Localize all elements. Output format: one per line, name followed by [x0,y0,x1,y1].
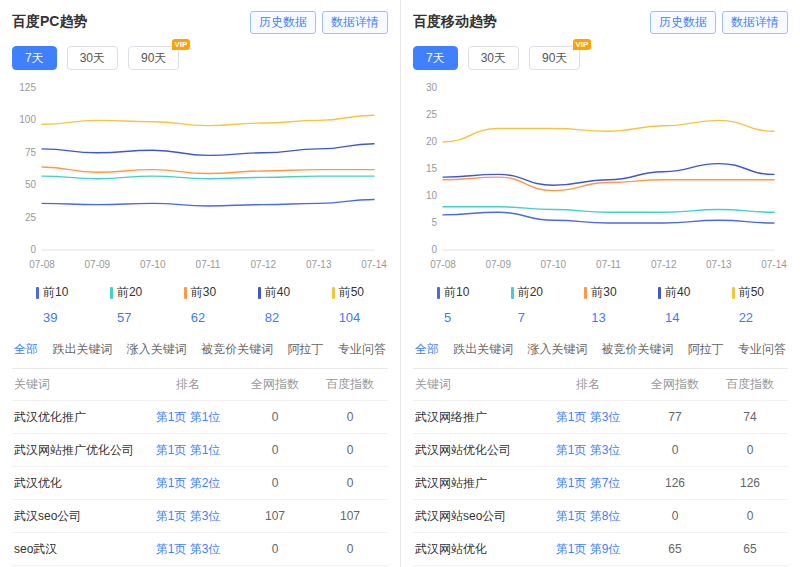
filter-tab-全部[interactable]: 全部 [415,341,439,358]
range-tabs: 7天30天90天VIP [413,46,788,70]
rank-cell[interactable]: 第1页 第8位 [540,508,636,525]
legend-label: 前40 [265,284,290,301]
data-details-button[interactable]: 数据详情 [722,11,788,34]
table-row: 武汉优化第1页 第2位00 [12,467,388,500]
keyword-cell[interactable]: 武汉网站推广优化公司 [14,442,140,459]
legend-item[interactable]: 前3062 [184,284,216,325]
trend-line-chart[interactable]: 05101520253007-0807-0907-1007-1107-1207-… [413,76,788,276]
table-row: 武汉网站推广优化公司第1页 第1位00 [12,434,388,467]
rank-cell[interactable]: 第1页 第1位 [140,442,236,459]
keyword-cell[interactable]: seo武汉 [14,541,140,558]
legend-item[interactable]: 前2057 [110,284,142,325]
keyword-cell[interactable]: 武汉网站推广 [415,475,540,492]
site-index-cell: 65 [636,542,714,556]
filter-tab-专业问答[interactable]: 专业问答 [738,341,786,358]
filter-tab-被竞价关键词[interactable]: 被竞价关键词 [201,341,273,358]
panel-baidu-mobile-trend: 百度移动趋势 历史数据 数据详情 7天30天90天VIP 05101520253… [400,0,800,567]
rank-cell[interactable]: 第1页 第7位 [540,475,636,492]
svg-text:07-13: 07-13 [706,259,732,270]
svg-text:07-14: 07-14 [361,259,387,270]
legend-top: 前40 [658,284,690,301]
range-tab-90天[interactable]: 90天VIP [529,46,580,70]
legend-value: 14 [665,310,690,325]
range-tab-7天[interactable]: 7天 [413,46,458,70]
legend-item[interactable]: 前4014 [658,284,690,325]
baidu-index-cell: 0 [314,476,386,490]
trend-line-chart[interactable]: 025507510012507-0807-0907-1007-1107-1207… [12,76,388,276]
svg-text:100: 100 [19,114,36,125]
legend-value: 22 [739,310,764,325]
legend-top: 前20 [511,284,543,301]
panel-baidu-pc-trend: 百度PC趋势 历史数据 数据详情 7天30天90天VIP 02550751001… [0,0,400,567]
keyword-cell[interactable]: 武汉网络推广 [415,409,540,426]
history-data-button[interactable]: 历史数据 [250,11,316,34]
keyword-cell[interactable]: 武汉优化推广 [14,409,140,426]
legend-item[interactable]: 前1039 [36,284,68,325]
legend-item[interactable]: 前4082 [258,284,290,325]
baidu-index-cell: 0 [314,410,386,424]
filter-tab-被竞价关键词[interactable]: 被竞价关键词 [602,341,674,358]
range-tab-7天[interactable]: 7天 [12,46,57,70]
legend-label: 前20 [518,284,543,301]
vip-badge: VIP [172,39,191,50]
table-row: 武汉网站优化公司第1页 第3位00 [413,434,788,467]
legend-item[interactable]: 前5022 [732,284,764,325]
legend-top: 前30 [584,284,616,301]
filter-tab-阿拉丁[interactable]: 阿拉丁 [288,341,324,358]
legend-top: 前30 [184,284,216,301]
legend-label: 前50 [739,284,764,301]
svg-text:15: 15 [426,163,438,174]
rank-cell[interactable]: 第1页 第3位 [540,409,636,426]
svg-text:07-14: 07-14 [761,259,787,270]
range-tab-90天[interactable]: 90天VIP [128,46,179,70]
baidu-index-cell: 74 [714,410,786,424]
panel-header: 百度PC趋势 历史数据 数据详情 [12,10,388,34]
legend-item[interactable]: 前3013 [584,284,616,325]
table-header-row: 关键词排名全网指数百度指数 [413,369,788,401]
svg-text:07-12: 07-12 [251,259,277,270]
legend-top: 前10 [437,284,469,301]
filter-tab-阿拉丁[interactable]: 阿拉丁 [688,341,724,358]
filter-tab-全部[interactable]: 全部 [14,341,38,358]
rank-cell[interactable]: 第1页 第9位 [540,541,636,558]
keyword-cell[interactable]: 武汉网站seo公司 [415,508,540,525]
keyword-table: 关键词排名全网指数百度指数武汉优化推广第1页 第1位00武汉网站推广优化公司第1… [12,369,388,567]
filter-tab-跌出关键词[interactable]: 跌出关键词 [52,341,112,358]
data-details-button[interactable]: 数据详情 [322,11,388,34]
site-index-cell: 0 [236,542,314,556]
legend-item[interactable]: 前105 [437,284,469,325]
range-tab-30天[interactable]: 30天 [468,46,519,70]
keyword-cell[interactable]: 武汉网站优化 [415,541,540,558]
history-data-button[interactable]: 历史数据 [650,11,716,34]
filter-tab-专业问答[interactable]: 专业问答 [338,341,386,358]
table-row: 武汉网站推广第1页 第7位126126 [413,467,788,500]
panel-title: 百度PC趋势 [12,13,87,31]
rank-cell[interactable]: 第1页 第3位 [140,508,236,525]
site-index-cell: 0 [636,443,714,457]
range-tabs: 7天30天90天VIP [12,46,388,70]
svg-text:0: 0 [30,244,36,255]
range-tab-30天[interactable]: 30天 [67,46,118,70]
svg-text:20: 20 [426,136,438,147]
legend-top: 前20 [110,284,142,301]
legend-label: 前40 [665,284,690,301]
keyword-cell[interactable]: 武汉网站优化公司 [415,442,540,459]
legend-color-bar [732,287,735,299]
rank-cell[interactable]: 第1页 第2位 [140,475,236,492]
filter-tab-跌出关键词[interactable]: 跌出关键词 [453,341,513,358]
legend-item[interactable]: 前207 [511,284,543,325]
panel-actions: 历史数据 数据详情 [650,11,788,34]
site-index-cell: 0 [236,410,314,424]
filter-tab-涨入关键词[interactable]: 涨入关键词 [127,341,187,358]
legend-label: 前10 [43,284,68,301]
baidu-index-cell: 0 [714,443,786,457]
baidu-index-cell: 107 [314,509,386,523]
rank-cell[interactable]: 第1页 第3位 [540,442,636,459]
keyword-cell[interactable]: 武汉seo公司 [14,508,140,525]
legend-item[interactable]: 前50104 [332,284,364,325]
rank-cell[interactable]: 第1页 第3位 [140,541,236,558]
filter-tab-涨入关键词[interactable]: 涨入关键词 [527,341,587,358]
keyword-cell[interactable]: 武汉优化 [14,475,140,492]
svg-text:07-11: 07-11 [196,259,221,270]
rank-cell[interactable]: 第1页 第1位 [140,409,236,426]
